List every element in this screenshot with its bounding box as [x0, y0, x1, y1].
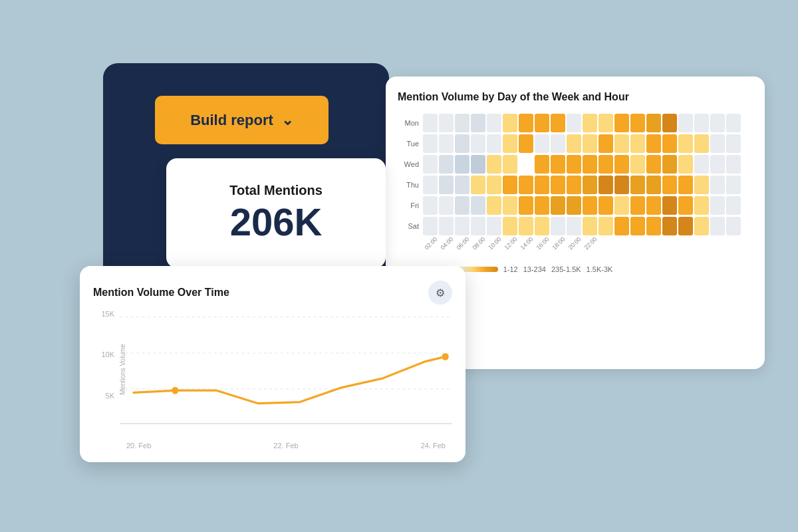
cell: [583, 155, 597, 174]
hour-label: 20:00: [567, 235, 583, 251]
cell: [662, 217, 677, 235]
cell: [630, 176, 645, 194]
cell: [614, 196, 629, 215]
cell: [551, 176, 565, 194]
total-mentions-card: Total Mentions 206K: [166, 158, 386, 268]
cell: [455, 217, 469, 235]
heatmap-row-mon: Mon: [398, 114, 753, 132]
chevron-down-icon: ⌄: [281, 112, 293, 129]
cell: [519, 155, 533, 174]
hour-label: 08:00: [471, 235, 487, 251]
cell: [503, 217, 517, 235]
y-label-5k: 5K: [93, 392, 114, 400]
build-report-button[interactable]: Build report ⌄: [155, 96, 329, 144]
heatmap-title: Mention Volume by Day of the Week and Ho…: [398, 91, 753, 103]
heatmap-hour-labels: 02:00 04:00 06:00 08:00 10:00 12:00 14:0…: [423, 240, 753, 247]
cell: [598, 196, 613, 215]
cell: [423, 217, 438, 235]
y-label-10k: 10K: [93, 350, 114, 358]
cell: [662, 155, 677, 174]
cell: [710, 134, 725, 153]
cell: [598, 134, 613, 153]
cell: [567, 196, 581, 215]
day-label-mon: Mon: [398, 119, 419, 127]
heatmap-row-sat: Sat: [398, 217, 753, 235]
cell: [551, 196, 565, 215]
cell: [678, 114, 693, 132]
mentions-label: Total Mentions: [229, 183, 323, 198]
cell: [598, 217, 613, 235]
cell: [662, 114, 677, 132]
heatmap-cells-fri: [423, 196, 741, 215]
hour-label: 06:00: [455, 235, 471, 251]
cell: [455, 134, 469, 153]
cell: [471, 217, 485, 235]
cell: [726, 196, 741, 215]
hour-label: 12:00: [503, 235, 519, 251]
x-label-20feb: 20. Feb: [126, 442, 151, 450]
cell: [439, 114, 454, 132]
cell: [455, 155, 469, 174]
y-axis-labels: 15K 10K 5K: [93, 310, 114, 450]
cell: [646, 196, 661, 215]
heatmap-cells-wed: [423, 155, 741, 174]
heatmap-grid: Mon: [398, 114, 753, 247]
cell: [567, 134, 581, 153]
cell: [487, 114, 501, 132]
cell: [439, 155, 454, 174]
hour-label: 02:00: [423, 235, 439, 251]
x-label-22feb: 22. Feb: [273, 442, 298, 450]
cell: [535, 114, 549, 132]
hour-label: 14:00: [519, 235, 535, 251]
cell: [423, 114, 438, 132]
cell: [423, 196, 438, 215]
cell: [662, 176, 677, 194]
cell: [471, 196, 485, 215]
cell: [614, 134, 629, 153]
gear-button[interactable]: ⚙: [428, 281, 452, 305]
hour-label: 04:00: [439, 235, 455, 251]
cell: [503, 176, 517, 194]
cell: [535, 217, 549, 235]
cell: [614, 114, 629, 132]
cell: [726, 176, 741, 194]
hour-label: 16:00: [535, 235, 551, 251]
cell: [503, 134, 517, 153]
linechart-area: 15K 10K 5K Mentions Volume: [93, 310, 452, 450]
cell: [503, 114, 517, 132]
cell: [710, 155, 725, 174]
cell: [567, 217, 581, 235]
day-label-sat: Sat: [398, 222, 419, 230]
cell: [726, 114, 741, 132]
cell: [598, 155, 613, 174]
cell: [455, 176, 469, 194]
cell: [614, 176, 629, 194]
cell: [694, 114, 709, 132]
cell: [583, 217, 597, 235]
cell: [678, 134, 693, 153]
day-label-fri: Fri: [398, 201, 419, 209]
cell: [630, 114, 645, 132]
heatmap-row-thu: Thu: [398, 176, 753, 194]
legend-range-1: 1-12: [503, 265, 518, 273]
cell: [519, 196, 533, 215]
cell: [662, 134, 677, 153]
heatmap-cells-tue: [423, 134, 741, 153]
cell: [614, 217, 629, 235]
cell: [710, 114, 725, 132]
chart-dot-end: [442, 353, 448, 360]
cell: [423, 155, 438, 174]
cell: [678, 176, 693, 194]
cell: [583, 176, 597, 194]
cell: [710, 217, 725, 235]
cell: [503, 155, 517, 174]
chart-svg-container: [120, 310, 452, 432]
heatmap-cells-thu: [423, 176, 741, 194]
cell: [423, 134, 438, 153]
cell: [439, 196, 454, 215]
cell: [551, 155, 565, 174]
cell: [694, 155, 709, 174]
day-label-tue: Tue: [398, 140, 419, 148]
cell: [583, 134, 597, 153]
cell: [519, 134, 533, 153]
